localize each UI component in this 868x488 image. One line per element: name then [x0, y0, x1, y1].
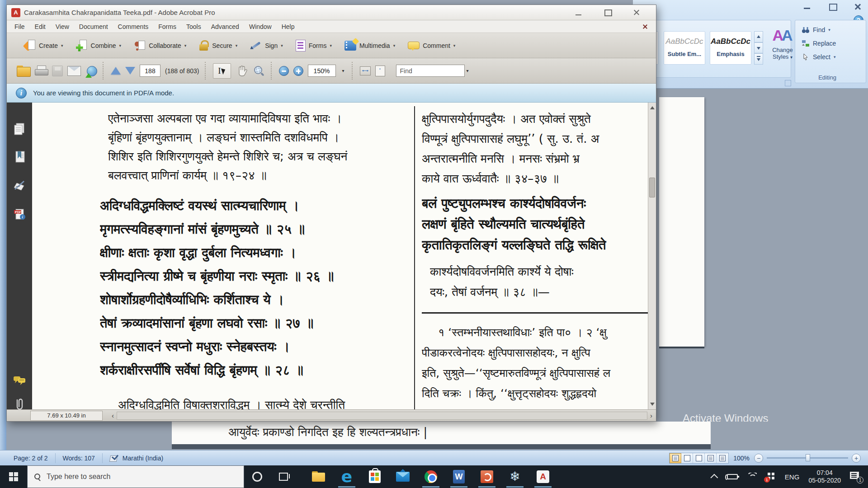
comments-panel-icon[interactable]	[12, 373, 27, 387]
save-icon[interactable]	[52, 66, 63, 76]
change-styles-button[interactable]: AA Change Styles ▾	[768, 24, 797, 77]
pages-panel-icon[interactable]	[12, 122, 27, 136]
web-layout-view-button[interactable]	[693, 453, 705, 463]
marquee-zoom-icon[interactable]	[253, 65, 265, 77]
word-close-button[interactable]	[851, 3, 864, 11]
zoom-out-icon[interactable]	[279, 66, 289, 76]
collaborate-button[interactable]: Collaborate▾	[128, 37, 192, 54]
word-minimize-button[interactable]	[800, 3, 814, 11]
page-number-input[interactable]	[140, 65, 160, 77]
scroll-up-icon[interactable]	[650, 106, 655, 109]
menu-item[interactable]: File	[9, 23, 30, 30]
taskbar-mail[interactable]	[389, 465, 417, 488]
zoom-slider-track[interactable]	[767, 457, 848, 459]
print-icon[interactable]	[35, 66, 47, 76]
next-page-icon[interactable]	[125, 67, 135, 75]
find-input[interactable]	[396, 65, 465, 77]
chevron-down-icon[interactable]: ▾	[340, 68, 346, 73]
signatures-panel-icon[interactable]	[12, 178, 27, 192]
menubar-close-icon[interactable]	[642, 23, 649, 30]
show-hidden-icons-button[interactable]	[712, 474, 718, 479]
fullscreen-reading-view-button[interactable]	[681, 453, 693, 463]
taskbar-edge[interactable]: e	[333, 465, 361, 488]
word-language-status[interactable]: Marathi (India)	[103, 453, 170, 463]
pdf-document-pane[interactable]: एतेनाञ्जसा अल्पबला एव गदा व्यायामादिविषय…	[32, 103, 656, 409]
print-layout-view-button[interactable]	[670, 453, 681, 463]
menu-item[interactable]: Document	[74, 23, 113, 30]
taskbar-snowflake-app[interactable]: ❄	[501, 465, 529, 488]
select-tool-button[interactable]: I	[213, 63, 231, 79]
zoom-level-select[interactable]: 150%	[308, 65, 336, 77]
acrobat-titlebar[interactable]: A Carakasamhita Chakrapanidatta Teeka.pd…	[7, 5, 656, 20]
gallery-more-icon[interactable]	[754, 53, 763, 65]
style-card-emphasis[interactable]: AaBbCcDc Emphasis	[710, 31, 751, 65]
zoom-out-button[interactable]: −	[754, 454, 763, 463]
styles-dialog-launcher-icon[interactable]	[785, 80, 791, 86]
multimedia-button[interactable]: Multimedia▾	[339, 38, 401, 53]
task-view-button[interactable]	[270, 465, 297, 488]
hand-tool-icon[interactable]	[236, 65, 248, 77]
menu-item[interactable]: Edit	[30, 23, 51, 30]
scroll-left-icon[interactable]: ‹	[112, 412, 114, 419]
previous-page-icon[interactable]	[111, 67, 121, 75]
draft-view-button[interactable]	[717, 453, 728, 463]
create-button[interactable]: Create▾	[19, 37, 69, 54]
combine-button[interactable]: Combine▾	[71, 37, 127, 54]
forms-button[interactable]: Forms▾	[290, 37, 337, 54]
standards-panel-icon[interactable]: PDFi	[12, 206, 27, 221]
start-button[interactable]	[0, 465, 27, 488]
open-file-icon[interactable]	[17, 66, 30, 76]
bookmarks-panel-icon[interactable]	[12, 150, 27, 164]
scroll-right-icon[interactable]: ›	[650, 412, 652, 419]
taskbar-store[interactable]	[361, 465, 389, 488]
select-button[interactable]: Select▾	[802, 50, 866, 64]
taskbar-chrome[interactable]	[417, 465, 445, 488]
cortana-button[interactable]	[244, 465, 270, 488]
taskbar-word[interactable]: W	[445, 465, 473, 488]
zoom-slider-thumb[interactable]	[806, 454, 810, 461]
acrobat-close-button[interactable]	[631, 9, 642, 17]
zoom-in-icon[interactable]	[293, 66, 303, 76]
menu-item[interactable]: Help	[277, 23, 300, 30]
menu-item[interactable]: Advanced	[206, 23, 244, 30]
menu-item[interactable]: View	[51, 23, 74, 30]
replace-button[interactable]: Replace	[802, 37, 866, 50]
secure-button[interactable]: Secure▾	[193, 37, 243, 54]
chevron-down-icon[interactable]: ▾	[465, 68, 471, 73]
language-indicator[interactable]: ENG	[785, 473, 800, 481]
style-card-subtle-emphasis[interactable]: AaBbCcDc Subtle Em...	[664, 31, 705, 65]
taskbar-powerpoint[interactable]	[473, 465, 501, 488]
word-zoom-level[interactable]: 100%	[733, 455, 750, 462]
taskbar-file-explorer[interactable]	[305, 465, 333, 488]
clock[interactable]: 07:04 05-05-2020	[808, 469, 841, 484]
vertical-scrollbar[interactable]	[648, 103, 656, 409]
email-icon[interactable]	[67, 66, 81, 76]
zoom-in-button[interactable]: +	[852, 454, 861, 463]
acrobat-minimize-button[interactable]	[573, 9, 585, 17]
word-word-count[interactable]: Words: 107	[56, 453, 103, 463]
taskbar-acrobat[interactable]: A	[529, 465, 557, 488]
sign-button[interactable]: Sign▾	[245, 37, 288, 54]
gallery-scroll-up-icon[interactable]	[754, 31, 763, 42]
taskbar-search-box[interactable]: Type here to search	[27, 465, 244, 488]
battery-status[interactable]	[727, 474, 738, 479]
comment-button[interactable]: Comment▾	[402, 38, 461, 53]
fit-page-icon[interactable]	[375, 66, 385, 76]
attachments-panel-icon[interactable]	[12, 397, 27, 412]
menu-item[interactable]: Forms	[153, 23, 181, 30]
scroll-down-icon[interactable]	[650, 403, 655, 406]
tray-app-with-badge[interactable]: 1	[766, 472, 776, 482]
upload-web-icon[interactable]	[85, 65, 97, 77]
notification-center-button[interactable]: 1	[850, 472, 861, 482]
find-button[interactable]: Find▾	[802, 23, 866, 37]
gallery-scroll-down-icon[interactable]	[754, 42, 763, 54]
network-status[interactable]	[747, 473, 757, 481]
scrollbar-thumb[interactable]	[649, 178, 655, 197]
acrobat-maximize-button[interactable]	[602, 9, 613, 17]
fit-width-icon[interactable]	[360, 66, 371, 75]
word-page-count[interactable]: Page: 2 of 2	[6, 453, 56, 463]
word-maximize-button[interactable]	[826, 3, 839, 11]
menu-item[interactable]: Comments	[113, 23, 154, 30]
horizontal-scrollbar[interactable]	[117, 412, 647, 420]
outline-view-button[interactable]	[705, 453, 717, 463]
